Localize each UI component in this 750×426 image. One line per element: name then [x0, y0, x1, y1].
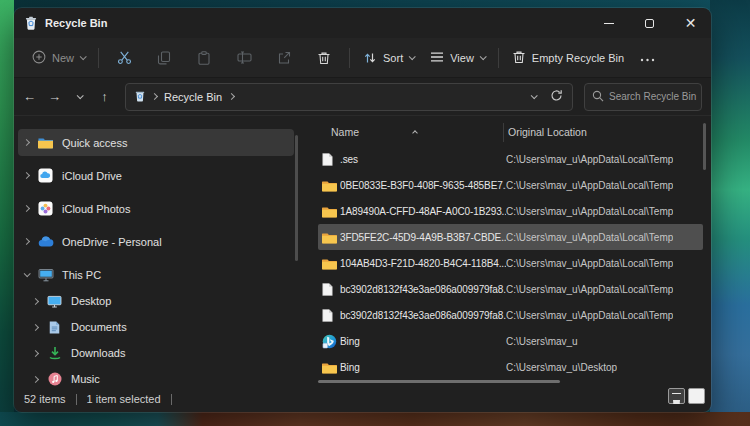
file-row[interactable]: 104AB4D3-F21D-4820-B4C4-118B4...C:\Users…	[318, 250, 703, 276]
file-action-group	[104, 43, 344, 73]
file-rows: .sesC:\Users\mav_u\AppData\Local\Temp0BE…	[318, 146, 703, 380]
bing-icon	[318, 334, 340, 349]
window-title: Recycle Bin	[45, 17, 107, 29]
sidebar-item-icloud-photos[interactable]: iCloud Photos	[18, 195, 294, 222]
chevron-right-icon[interactable]	[32, 323, 39, 330]
forward-button[interactable]: →	[42, 83, 67, 111]
desktop-wallpaper	[710, 0, 750, 412]
rename-icon	[237, 51, 252, 64]
desktop-wallpaper	[0, 0, 14, 426]
command-bar: New Sort View Empty Recycle Bin	[14, 38, 711, 78]
sidebar-item-quick-access[interactable]: Quick access	[18, 129, 294, 156]
delete-icon	[317, 51, 331, 65]
rename-button[interactable]	[224, 43, 264, 73]
up-button[interactable]: ↑	[92, 83, 117, 111]
new-button[interactable]: New	[24, 43, 93, 73]
maximize-button[interactable]	[629, 8, 670, 38]
column-header-location[interactable]: Original Location	[508, 126, 587, 138]
chevron-right-icon[interactable]	[23, 238, 30, 245]
sidebar-item-label: iCloud Drive	[62, 170, 122, 182]
file-name: bc3902d8132f43e3ae086a009979fa8...	[340, 310, 506, 321]
sidebar-item-label: Quick access	[62, 137, 127, 149]
back-button[interactable]: ←	[17, 83, 42, 111]
paste-button[interactable]	[184, 43, 224, 73]
file-name: Bing	[340, 336, 506, 347]
address-bar-row: ← → ↑ Recycle Bin	[14, 78, 711, 116]
sidebar-item-label: This PC	[62, 269, 101, 281]
search-box[interactable]	[584, 83, 702, 111]
sidebar-item-downloads[interactable]: Downloads	[18, 340, 294, 366]
close-button[interactable]: ✕	[670, 8, 711, 38]
share-button[interactable]	[264, 43, 304, 73]
chevron-down-icon[interactable]	[24, 270, 31, 277]
file-row[interactable]: .sesC:\Users\mav_u\AppData\Local\Temp	[318, 146, 703, 172]
chevron-right-icon[interactable]	[23, 139, 30, 146]
more-options-button[interactable]	[632, 43, 663, 73]
chevron-right-icon[interactable]	[32, 297, 39, 304]
file-name: 1A89490A-CFFD-48AF-A0C0-1B293...	[340, 206, 506, 217]
onedrive-icon	[37, 236, 54, 247]
file-location: C:\Users\mav_u\AppData\Local\Temp	[506, 310, 673, 321]
documents-icon	[46, 321, 63, 334]
folder-icon	[318, 257, 340, 270]
chevron-right-icon[interactable]	[228, 93, 235, 100]
file-explorer-window: Recycle Bin ✕ New Sort View Empty R	[14, 8, 711, 412]
file-location: C:\Users\mav_u\AppData\Local\Temp	[506, 284, 673, 295]
file-row[interactable]: BingC:\Users\mav_u\Desktop	[318, 354, 703, 380]
file-row[interactable]: BingC:\Users\mav_u	[318, 328, 703, 354]
file-row[interactable]: bc3902d8132f43e3ae086a009979fa8...C:\Use…	[318, 302, 703, 328]
view-button[interactable]: View	[422, 43, 493, 73]
sidebar-item-this-pc[interactable]: This PC	[18, 261, 294, 288]
file-row[interactable]: 0BE0833E-B3F0-408F-9635-485BE7...C:\User…	[318, 172, 703, 198]
refresh-icon[interactable]	[550, 89, 563, 104]
icloud-photos-icon	[37, 201, 54, 216]
sidebar-scrollbar[interactable]	[295, 135, 298, 261]
sidebar-item-documents[interactable]: Documents	[18, 314, 294, 340]
minimize-button[interactable]	[588, 8, 629, 38]
chevron-right-icon[interactable]	[23, 205, 30, 212]
recycle-bin-icon	[25, 16, 37, 30]
file-name: .ses	[340, 154, 506, 165]
delete-button[interactable]	[304, 43, 344, 73]
maximize-icon	[645, 19, 654, 28]
chevron-right-icon[interactable]	[23, 172, 30, 179]
file-row[interactable]: bc3902d8132f43e3ae086a009979fa8...C:\Use…	[318, 276, 703, 302]
file-name: 0BE0833E-B3F0-408F-9635-485BE7...	[340, 180, 506, 191]
horizontal-scrollbar[interactable]	[318, 380, 560, 383]
sidebar-item-music[interactable]: Music	[18, 366, 294, 388]
address-bar[interactable]: Recycle Bin	[125, 83, 573, 111]
column-header-name[interactable]: Name	[331, 126, 359, 138]
sidebar-item-icloud-drive[interactable]: iCloud Drive	[18, 162, 294, 189]
breadcrumb-item[interactable]: Recycle Bin	[164, 91, 222, 103]
sidebar-item-desktop[interactable]: Desktop	[18, 288, 294, 314]
thumbnail-view-button[interactable]	[688, 388, 705, 404]
window-controls: ✕	[588, 8, 711, 38]
sort-button[interactable]: Sort	[355, 43, 422, 73]
copy-button[interactable]	[144, 43, 184, 73]
music-icon	[46, 372, 63, 386]
vertical-scrollbar[interactable]	[703, 123, 706, 170]
chevron-right-icon[interactable]	[32, 375, 39, 382]
file-name: Bing	[340, 362, 506, 373]
address-dropdown-icon[interactable]	[531, 92, 538, 99]
details-view-button[interactable]	[668, 388, 685, 404]
sidebar-item-onedrive-personal[interactable]: OneDrive - Personal	[18, 228, 294, 255]
downloads-icon	[46, 346, 63, 360]
paste-icon	[197, 51, 211, 65]
status-bar: 52 items 1 item selected	[14, 388, 711, 410]
titlebar[interactable]: Recycle Bin ✕	[14, 8, 711, 38]
recent-locations-button[interactable]	[67, 83, 92, 111]
cut-button[interactable]	[104, 43, 144, 73]
view-button-label: View	[450, 52, 474, 64]
chevron-right-icon[interactable]	[32, 349, 39, 356]
file-location: C:\Users\mav_u\AppData\Local\Temp	[506, 258, 673, 269]
file-row[interactable]: 1A89490A-CFFD-48AF-A0C0-1B293...C:\Users…	[318, 198, 703, 224]
empty-recycle-bin-button[interactable]: Empty Recycle Bin	[504, 43, 632, 73]
sidebar-item-label: Downloads	[71, 347, 125, 359]
search-input[interactable]	[609, 91, 699, 102]
file-row[interactable]: 3FD5FE2C-45D9-4A9B-B3B7-CBDE...C:\Users\…	[318, 224, 703, 250]
sidebar-item-label: iCloud Photos	[62, 203, 131, 215]
file-location: C:\Users\mav_u\AppData\Local\Temp	[506, 206, 673, 217]
column-divider[interactable]	[503, 123, 504, 142]
close-icon: ✕	[685, 16, 697, 30]
